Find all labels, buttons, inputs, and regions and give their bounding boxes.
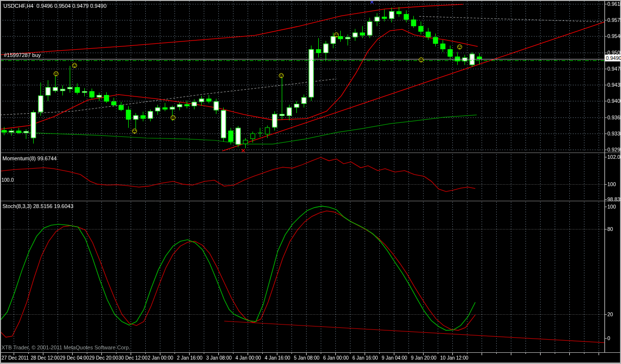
time-tick-label: 29 Dec 20:00 xyxy=(89,355,118,361)
chart-title: USDCHF,H4 0.9496 0.9504 0.9479 0.9490 xyxy=(3,3,107,9)
time-tick-label: 27 Dec 2011 xyxy=(1,355,29,361)
momentum-level-label: 100.0 xyxy=(1,177,14,183)
stochastic-indicator-label: Stoch(8,3,3) 28.5156 19.6043 xyxy=(2,203,74,209)
time-tick-label: 9 Jan 20:00 xyxy=(411,355,436,361)
order-label: #15997287 buy xyxy=(4,52,41,58)
current-price-box: 0.9490 xyxy=(605,55,621,61)
copyright: XTB Trader, © 2001-2011 MetaQuotes Softw… xyxy=(1,345,130,350)
time-tick-label: 2 Jan 00:00 xyxy=(148,355,173,361)
time-tick-label: 2 Jan 16:00 xyxy=(177,355,202,361)
chart-window: USDCHF,H4 0.9496 0.9504 0.9479 0.9490 #1… xyxy=(0,0,621,364)
time-tick-label: 28 Dec 12:00 xyxy=(31,355,60,361)
time-tick-label: 3 Jan 08:00 xyxy=(206,355,232,361)
time-tick-label: 29 Dec 04:00 xyxy=(60,355,89,361)
momentum-indicator-label: Momentum(8) 99.6744 xyxy=(2,155,57,161)
time-tick-label: 4 Jan 16:00 xyxy=(265,355,290,361)
time-tick-label: 9 Jan 04:00 xyxy=(382,355,407,361)
time-tick-label: 5 Jan 08:00 xyxy=(294,355,319,361)
time-axis[interactable]: 27 Dec 201128 Dec 12:0029 Dec 04:0029 De… xyxy=(0,0,621,364)
time-tick-label: 30 Dec 12:00 xyxy=(118,355,148,361)
time-tick-label: 4 Jan 00:00 xyxy=(235,355,261,361)
time-tick-label: 6 Jan 16:00 xyxy=(352,355,378,361)
time-tick-label: 10 Jan 12:00 xyxy=(440,355,468,361)
time-tick-label: 6 Jan 00:00 xyxy=(323,355,349,361)
